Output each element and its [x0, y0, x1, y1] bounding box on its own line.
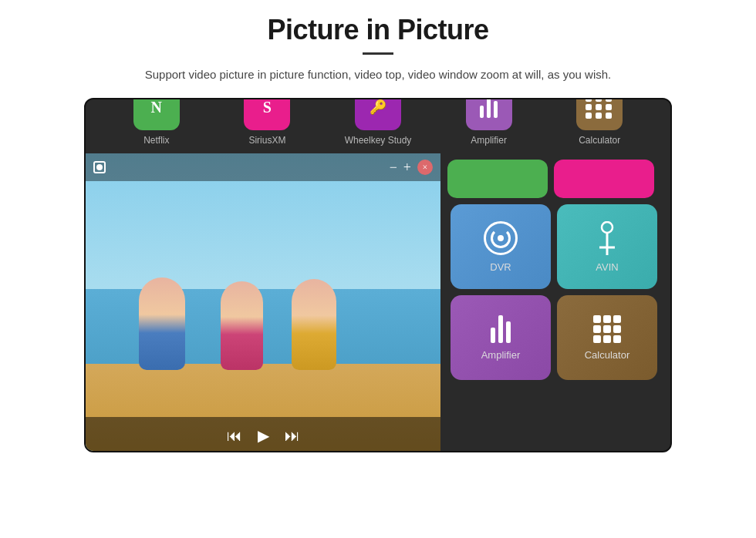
avin-symbol	[593, 221, 621, 255]
bc6	[606, 104, 612, 110]
amp-bar-1	[491, 328, 495, 343]
bc5	[596, 104, 602, 110]
app-grid-area: DVR AVIN	[437, 153, 670, 452]
pip-close-btn[interactable]: ×	[417, 160, 433, 175]
dvr-avin-row: DVR AVIN	[444, 204, 664, 289]
amp-bar-s1	[480, 106, 484, 118]
amp-bar-s3	[494, 101, 498, 118]
siriusxm-icon-partial[interactable]	[554, 160, 654, 198]
calc-btn-1	[593, 315, 601, 323]
calc-btn-3	[613, 315, 621, 323]
device-frame: ◁ ○ □ ♩ 📍 ▲▼ 11:22 ⌂ ⚡ ▲	[84, 98, 672, 452]
amplifier-symbol	[491, 315, 511, 343]
figure-3	[292, 279, 336, 370]
calc-btn-2	[603, 315, 611, 323]
amp-bar-s2	[487, 98, 491, 118]
siriusxm-s-icon: S	[263, 99, 272, 116]
bottom-wheelkey-label: Wheelkey Study	[345, 135, 412, 146]
bottom-siriusxm-label: SiriusXM	[248, 135, 285, 146]
page-subtitle: Support video picture in picture functio…	[145, 66, 611, 84]
figure-2	[221, 281, 263, 370]
calc-btn-7	[593, 335, 601, 343]
figure-1	[139, 277, 185, 370]
calc-btn-9	[613, 335, 621, 343]
calc-btn-5	[603, 325, 611, 333]
dvr-app-icon[interactable]: DVR	[451, 204, 551, 289]
bottom-netflix-label: Netflix	[143, 135, 169, 146]
calc-btn-6	[613, 325, 621, 333]
calc-btn-4	[593, 325, 601, 333]
dvr-dot	[498, 235, 504, 241]
bottom-amplifier[interactable]: Amplifier	[439, 98, 539, 146]
bottom-siriusxm-icon: S	[244, 98, 290, 130]
pip-record-inner	[96, 164, 103, 170]
bc7	[586, 113, 592, 119]
bc9	[606, 113, 612, 119]
pip-close-icon: ×	[423, 162, 428, 173]
wheelkey-icon-sym: 🔑	[370, 99, 386, 116]
bc2	[596, 98, 602, 102]
bottom-netflix[interactable]: N Netflix	[106, 98, 207, 146]
amp-bar-3	[506, 321, 511, 343]
pip-record-icon	[93, 161, 106, 173]
dvr-symbol	[484, 221, 518, 255]
pip-resize-controls: − + ×	[390, 160, 433, 176]
amp-calc-row: Amplifier	[444, 295, 664, 380]
amp-bar-2	[498, 315, 503, 343]
page-wrapper: Picture in Picture Support video picture…	[0, 0, 756, 538]
calculator-label: Calculator	[585, 349, 630, 361]
bottom-calculator-icon	[576, 98, 623, 130]
calculator-symbol	[593, 315, 621, 343]
avin-svg	[593, 221, 621, 255]
pip-minus-btn[interactable]: −	[390, 160, 397, 176]
bottom-wheelkey-icon: 🔑	[355, 98, 401, 130]
netflix-n-icon: N	[151, 99, 162, 116]
netflix-icon-partial[interactable]	[447, 160, 548, 198]
pip-plus-btn[interactable]: +	[403, 160, 411, 176]
bc3	[606, 98, 612, 102]
title-divider	[363, 52, 393, 55]
page-title: Picture in Picture	[267, 14, 488, 46]
bottom-amplifier-icon	[466, 98, 512, 130]
bc1	[586, 98, 592, 102]
bottom-netflix-icon: N	[133, 98, 180, 130]
prev-btn[interactable]: ⏮	[227, 427, 242, 445]
avin-app-icon[interactable]: AVIN	[557, 204, 657, 289]
next-btn[interactable]: ⏭	[285, 427, 300, 445]
partial-app-row	[444, 160, 664, 198]
pip-container[interactable]: − + × ⏮ ▶ ⏭	[86, 153, 440, 452]
bottom-calculator[interactable]: Calculator	[549, 98, 650, 146]
bottom-amp-bars	[480, 98, 498, 118]
dvr-label: DVR	[490, 261, 511, 273]
bottom-calc-grid	[586, 98, 613, 119]
bc8	[596, 113, 602, 119]
play-pause-btn[interactable]: ▶	[258, 426, 269, 445]
bottom-wheelkey[interactable]: 🔑 Wheelkey Study	[328, 98, 428, 146]
bottom-calculator-label: Calculator	[579, 135, 620, 146]
pip-playback-bar: ⏮ ▶ ⏭	[86, 417, 440, 452]
svg-point-0	[602, 222, 613, 233]
calculator-app-icon[interactable]: Calculator	[557, 295, 657, 380]
pip-video: − + × ⏮ ▶ ⏭	[86, 153, 440, 452]
avin-label: AVIN	[596, 261, 618, 273]
bottom-siriusxm[interactable]: S SiriusXM	[217, 98, 317, 146]
bc4	[586, 104, 592, 110]
calc-btn-8	[603, 335, 611, 343]
amplifier-label: Amplifier	[481, 349, 521, 361]
pip-controls-bar: − + ×	[86, 153, 440, 181]
bottom-app-strip: N Netflix S SiriusXM 🔑 Wheelkey Stud	[86, 98, 670, 153]
amplifier-app-icon[interactable]: Amplifier	[451, 295, 551, 380]
bottom-amplifier-label: Amplifier	[471, 135, 507, 146]
